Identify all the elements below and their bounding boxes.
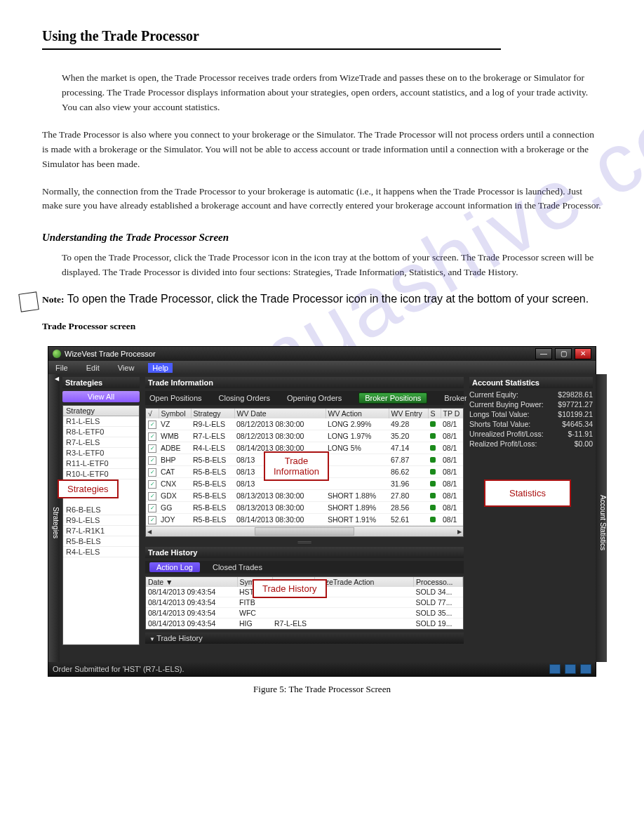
row-checkbox[interactable]: ✓: [148, 444, 156, 453]
strategy-item[interactable]: R4-L-ELS: [63, 547, 139, 557]
strategy-list[interactable]: Strategy R1-L-ELS R8-L-ETF0 R7-L-ELS R3-…: [62, 405, 140, 645]
callout-statistics: Statistics: [484, 479, 571, 507]
col-tpd[interactable]: TP D: [441, 409, 463, 418]
table-row[interactable]: 08/14/2013 09:43:54HIGR7-L-ELSSOLD 19...: [146, 618, 463, 629]
window-close-button[interactable]: ✕: [575, 348, 591, 359]
window-minimize-button[interactable]: —: [535, 348, 552, 359]
trade-h-scrollbar[interactable]: ◀▶: [146, 526, 463, 536]
section-paragraph: To open the Trade Processor, click the T…: [62, 251, 602, 280]
strategy-item[interactable]: R3-L-ETF0: [63, 448, 139, 458]
app-icon: [53, 350, 61, 358]
tab-closed-trades[interactable]: Closed Trades: [213, 563, 262, 571]
table-row[interactable]: 08/14/2013 09:43:54WFCSOLD 35...: [146, 608, 463, 618]
strategy-item[interactable]: R5-B-ELS: [63, 536, 139, 547]
strategy-col-header: Strategy: [63, 406, 139, 416]
note-block: Note: To open the Trade Processor, click…: [42, 293, 602, 305]
row-checkbox[interactable]: ✓: [148, 432, 156, 441]
status-panel-icon[interactable]: [580, 664, 591, 674]
window-title: WizeVest Trade Processor: [65, 350, 156, 358]
strategy-item[interactable]: R8-L-ETF0: [63, 427, 139, 437]
center-panel: Trade Information Open Positions Closing…: [142, 374, 467, 662]
menu-edit[interactable]: Edit: [82, 363, 104, 373]
col-wventry[interactable]: WV Entry: [389, 409, 428, 418]
tab-opening-orders[interactable]: Opening Orders: [287, 394, 342, 402]
stat-row: Unrealized Profit/Loss:$-11.91: [469, 429, 593, 439]
menu-bar: File Edit View Help: [48, 361, 596, 374]
status-bar: Order Submitted for 'HST' (R7-L-ELS).: [48, 662, 596, 676]
col-status[interactable]: S: [428, 409, 441, 418]
status-panel-icon[interactable]: [549, 664, 561, 674]
stat-row: Realized Profit/Loss:$0.00: [469, 439, 593, 449]
table-row[interactable]: ✓VZR9-L-ELS08/12/2013 08:30:00LONG 2.99%…: [146, 418, 463, 430]
col-wvdate[interactable]: WV Date: [234, 409, 326, 418]
strategy-item[interactable]: R6-B-ELS: [63, 505, 139, 515]
row-checkbox[interactable]: ✓: [148, 468, 156, 477]
row-checkbox[interactable]: ✓: [148, 421, 156, 429]
col-symbol[interactable]: Symbol: [159, 409, 191, 418]
strategy-item[interactable]: R10-L-ETF0: [63, 469, 139, 479]
strategy-item[interactable]: R7-L-ELS: [63, 437, 139, 448]
stat-row: Current Buying Power:$97721.27: [469, 399, 593, 409]
strategies-collapse-handle[interactable]: Strategies: [48, 374, 60, 662]
row-checkbox[interactable]: ✓: [148, 456, 156, 465]
row-checkbox[interactable]: ✓: [148, 516, 156, 524]
trade-history-header: Trade History: [145, 547, 464, 558]
app-window: WizeVest Trade Processor — ▢ ✕ File Edit…: [48, 346, 596, 677]
note-body: To open the Trade Processor, click the T…: [67, 293, 589, 305]
menu-help[interactable]: Help: [148, 363, 173, 373]
table-row[interactable]: ✓WMBR7-L-ELS08/12/2013 08:30:00LONG 1.97…: [146, 430, 463, 442]
note-title: Note:: [42, 294, 64, 305]
status-dot-icon: [430, 457, 436, 463]
status-dot-icon: [430, 469, 436, 475]
status-panel-icon[interactable]: [565, 664, 576, 674]
row-checkbox[interactable]: ✓: [148, 492, 156, 501]
tab-action-log[interactable]: Action Log: [149, 562, 200, 572]
view-all-button[interactable]: View All: [62, 391, 140, 402]
hcol-processor[interactable]: Processo...: [414, 577, 463, 587]
col-wvaction[interactable]: WV Action: [326, 409, 389, 418]
hcol-action[interactable]: WizeTrade Action: [314, 577, 414, 587]
tab-open-positions[interactable]: Open Positions: [149, 394, 202, 402]
table-row[interactable]: ✓GGR5-B-ELS08/13/2013 08:30:00SHORT 1.89…: [146, 502, 463, 514]
strategy-item[interactable]: R1-L-ELS: [63, 416, 139, 427]
workspace: Strategies Strategies View All Strategy …: [48, 374, 596, 662]
strategy-item[interactable]: R9-L-ELS: [63, 515, 139, 526]
row-checkbox[interactable]: ✓: [148, 504, 156, 512]
menu-file[interactable]: File: [51, 363, 72, 373]
statistics-header: Account Statistics: [469, 377, 593, 388]
splitter-grip[interactable]: ═══: [145, 538, 464, 545]
history-tabs: Action Log Closed Trades: [145, 561, 464, 574]
note-icon: [18, 292, 39, 312]
tab-closing-orders[interactable]: Closing Orders: [219, 394, 270, 402]
row-checkbox[interactable]: ✓: [148, 480, 156, 489]
tab-broker-positions[interactable]: Broker Positions: [358, 392, 427, 404]
strategies-panel: Strategies View All Strategy R1-L-ELS R8…: [60, 374, 142, 662]
table-row[interactable]: ✓GDXR5-B-ELS08/13/2013 08:30:00SHORT 1.8…: [146, 490, 463, 502]
title-divider: [42, 48, 501, 50]
status-dot-icon: [430, 505, 436, 510]
status-dot-icon: [430, 445, 436, 451]
menu-view[interactable]: View: [114, 363, 139, 373]
status-dot-icon: [430, 481, 436, 486]
strategy-item[interactable]: R7-L-R1K1: [63, 526, 139, 536]
table-row[interactable]: 08/14/2013 09:43:54FITBSOLD 77...: [146, 597, 463, 608]
history-collapse-bar[interactable]: Trade History: [145, 633, 464, 644]
callout-history: Trade History: [253, 579, 327, 598]
strategies-header: Strategies: [62, 377, 140, 388]
col-check[interactable]: √: [146, 409, 159, 418]
intro-paragraph-3: Normally, the connection from the Trade …: [42, 185, 602, 214]
status-text: Order Submitted for 'HST' (R7-L-ELS).: [53, 665, 185, 673]
status-dot-icon: [430, 433, 436, 439]
strategy-item[interactable]: R11-L-ETF0: [63, 458, 139, 469]
hcol-date[interactable]: Date ▼: [146, 577, 237, 587]
window-maximize-button[interactable]: ▢: [555, 348, 572, 359]
col-strategy[interactable]: Strategy: [191, 409, 234, 418]
table-row[interactable]: ✓JOYR5-B-ELS08/14/2013 08:30:00SHORT 1.9…: [146, 514, 463, 526]
stat-row: Current Equity:$29828.61: [469, 390, 593, 399]
status-dot-icon: [430, 493, 436, 498]
statistics-panel: Account Statistics Current Equity:$29828…: [467, 374, 596, 662]
status-dot-icon: [430, 421, 436, 427]
statistics-collapse-handle[interactable]: Account Statistics: [596, 374, 607, 662]
intro-paragraph-2: The Trade Processor is also where you co…: [42, 128, 602, 172]
trade-info-tabs: Open Positions Closing Orders Opening Or…: [145, 391, 464, 405]
